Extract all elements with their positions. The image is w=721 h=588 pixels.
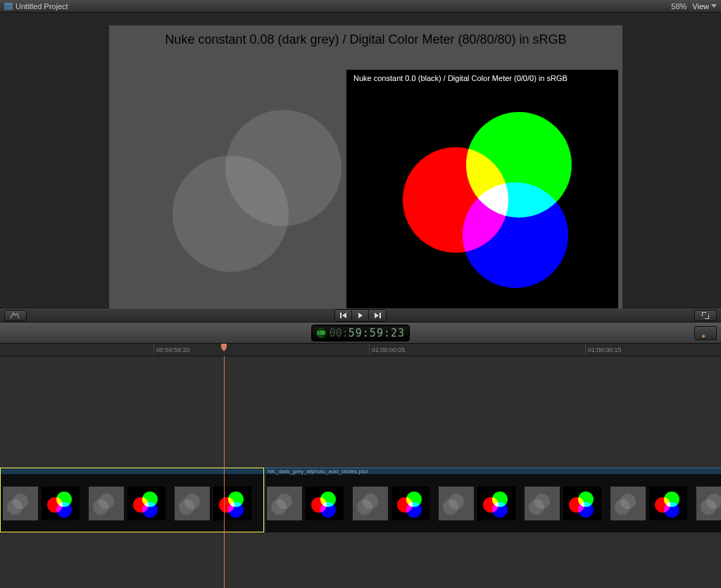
title-bar: Untitled Project 58% View	[0, 0, 721, 13]
view-dropdown[interactable]: View	[692, 2, 717, 11]
view-label: View	[692, 2, 709, 11]
playback-controls	[334, 309, 387, 322]
chevron-down-icon	[711, 4, 717, 8]
next-frame-button[interactable]	[369, 310, 386, 321]
filmstrip-frame	[522, 475, 608, 532]
ruler-tick: 00:59:59:20	[153, 344, 190, 356]
svg-rect-1	[4, 3, 13, 5]
filmstrip-frame	[0, 475, 86, 532]
filmstrip-frame	[694, 475, 721, 532]
expand-icon	[702, 312, 709, 319]
timecode-prefix: 00:	[330, 327, 349, 339]
timecode-display[interactable]: 100 00:59:59:23	[311, 325, 410, 342]
clip-boundary[interactable]	[264, 475, 265, 532]
viewer-tool-button[interactable]	[4, 310, 27, 321]
tools-button[interactable]	[694, 326, 717, 340]
viewer-caption: Nuke constant 0.08 (dark grey) / Digital…	[109, 32, 622, 47]
filmstrip-frame	[350, 475, 436, 532]
wand-icon	[701, 329, 709, 337]
ruler-tick: 01:00:00:15	[585, 344, 622, 356]
gray-circles-graphic	[173, 110, 356, 265]
viewer-canvas[interactable]: Nuke constant 0.08 (dark grey) / Digital…	[109, 25, 622, 315]
svg-rect-0	[4, 4, 13, 10]
rgb-venn-graphic	[403, 105, 572, 274]
fullscreen-button[interactable]	[694, 310, 717, 321]
filmstrip-frame	[172, 475, 264, 532]
transport-bar	[0, 308, 721, 323]
zoom-value: 58%	[671, 2, 686, 11]
speed-badge: 100	[316, 328, 326, 338]
zoom-dropdown[interactable]: 58%	[671, 2, 692, 11]
playhead-handle[interactable]	[220, 344, 227, 351]
timecode-toolbar: 100 00:59:59:23	[0, 323, 721, 344]
play-button[interactable]	[352, 310, 369, 321]
filmstrip-frame	[86, 475, 172, 532]
filmstrip-frame	[264, 475, 350, 532]
prev-frame-button[interactable]	[335, 310, 352, 321]
filmstrip[interactable]	[0, 475, 721, 532]
viewer-area: Nuke constant 0.08 (dark grey) / Digital…	[0, 13, 721, 308]
black-panel-caption: Nuke constant 0.0 (black) / Digital Colo…	[353, 74, 568, 82]
black-panel: Nuke constant 0.0 (black) / Digital Colo…	[346, 70, 618, 311]
video-track[interactable]: NK_dark_grey_afphoto_add_circles.psd	[0, 468, 721, 532]
filmstrip-frame	[608, 475, 694, 532]
playhead-line	[224, 356, 225, 588]
timecode-value: 59:59:23	[349, 327, 405, 339]
filmstrip-frame	[436, 475, 522, 532]
project-icon	[4, 2, 13, 11]
timeline-ruler[interactable]: 00:59:59:20 01:00:00:05 01:00:00:15	[0, 344, 721, 356]
project-title: Untitled Project	[15, 2, 68, 11]
clip-header-row: NK_dark_grey_afphoto_add_circles.psd	[0, 468, 721, 475]
timeline-area[interactable]: NK_dark_grey_afphoto_add_circles.psd	[0, 356, 721, 588]
ruler-tick: 01:00:00:05	[369, 344, 406, 356]
